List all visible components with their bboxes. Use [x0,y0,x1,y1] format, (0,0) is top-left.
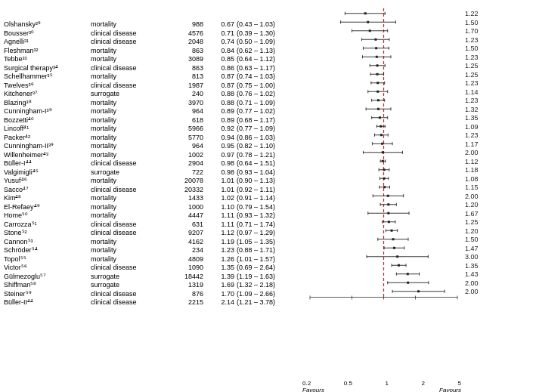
outcome-cell: mortality [91,255,170,264]
svg-text:1.43: 1.43 [465,270,479,278]
svg-rect-26 [375,47,377,49]
svg-text:1.70: 1.70 [465,27,479,35]
svg-rect-106 [388,221,390,223]
svg-text:1.25: 1.25 [465,62,479,69]
rr-cell: 1.11 [206,211,237,221]
svg-rect-70 [381,143,383,145]
n-cell: 20332 [170,186,206,195]
outcome-cell: mortality [91,211,170,221]
svg-rect-82 [383,168,386,171]
svg-text:3.00: 3.00 [465,253,479,261]
n-cell: 9207 [170,229,206,238]
table-row: Yusuf⁴⁶ mortality 20078 1.01 (0.90 – 1.1… [4,177,299,186]
table-row: Cunningham-II³⁹ mortality 964 0.95 (0.82… [4,142,299,151]
table-row: Büller-II⁴⁴ clinical disease 2215 2.14 (… [4,298,299,307]
outcome-cell: mortality [91,151,170,160]
outcome-cell: mortality [91,238,170,247]
outcome-cell: mortality [91,107,170,116]
svg-text:1.32: 1.32 [465,106,479,113]
svg-rect-78 [382,160,384,162]
author-cell: Victor⁵⁶ [4,264,91,273]
author-cell: El-Refaey⁴⁹ [4,203,91,212]
svg-rect-10 [364,12,367,14]
table-row: Stone⁵² clinical disease 9207 1.12 (0.97… [4,229,299,238]
ci-cell: (0.71 – 1.09) [237,99,299,108]
n-cell: 240 [170,90,206,99]
table-row: Olshansky²⁹ mortality 988 0.67 (0.43 – 1… [4,20,299,29]
outcome-cell: surrogate [91,168,170,177]
outcome-cell: surrogate [91,90,170,99]
n-cell: 964 [170,142,206,151]
outcome-cell: clinical disease [91,159,170,168]
table-row: Agnelli³¹ clinical disease 2048 0.74 (0.… [4,38,299,47]
rr-cell: 0.87 [206,82,237,91]
table-row: Twelves³⁶ clinical disease 1987 0.87 (0.… [4,82,299,91]
svg-rect-102 [387,212,389,215]
outcome-cell: mortality [91,203,170,212]
svg-rect-122 [396,255,398,258]
table-row: Bozzetti⁴⁰ mortality 618 0.89 (0.68 – 1.… [4,116,299,125]
svg-text:1.15: 1.15 [465,184,479,191]
svg-text:1.67: 1.67 [465,210,479,218]
svg-text:1.20: 1.20 [465,201,479,208]
ci-cell: (0.64 – 1.51) [237,159,299,168]
svg-text:1.50: 1.50 [465,19,479,26]
ci-cell: (0.86 – 1.03) [237,134,299,143]
n-cell: 20078 [170,177,206,186]
svg-rect-58 [379,116,381,119]
n-cell: 876 [170,290,206,299]
author-cell: Gülmezoglu⁵⁷ [4,273,91,282]
svg-text:1.22: 1.22 [465,10,479,17]
ci-cell: (0.62 – 1.13) [237,47,299,56]
ci-cell: (0.90 – 1.13) [237,177,299,186]
ci-cell: (1.19 – 1.63) [237,273,299,282]
rr-cell: 1.35 [206,264,237,273]
author-cell: Willenheimer⁴³ [4,151,91,160]
author-cell: Büller-II⁴⁴ [4,298,91,307]
rr-cell: 0.87 [206,73,237,82]
rr-cell: 1.10 [206,203,237,212]
outcome-cell: mortality [91,116,170,125]
svg-rect-118 [393,247,395,249]
ci-cell: (0.77 – 1.02) [237,107,299,116]
rr-cell: 1.39 [206,273,237,282]
author-cell: Fleshman³² [4,47,91,56]
table-row: Packer⁴² mortality 5770 0.94 (0.86 – 1.0… [4,134,299,143]
n-cell: 3089 [170,55,206,64]
rr-cell: 0.67 [206,20,237,29]
ci-cell: (0.63 – 1.17) [237,64,299,73]
table-row: Home⁵⁰ mortality 4447 1.11 (0.93 – 1.32) [4,211,299,221]
ci-cell: (0.64 – 1.12) [237,55,299,64]
n-cell: 4809 [170,255,206,264]
rr-cell: 0.86 [206,64,237,73]
n-cell: 722 [170,168,206,177]
author-cell: Bozzetti⁴⁰ [4,116,91,125]
rr-cell: 0.74 [206,38,237,47]
author-cell: Schröder⁵⁴ [4,246,91,255]
author-cell: Sacco⁴⁷ [4,186,91,195]
author-cell: Bousser³⁰ [4,29,91,39]
rr-cell: 0.84 [206,47,237,56]
n-cell: 1002 [170,151,206,160]
author-cell: Stone⁵² [4,229,91,238]
svg-text:1.09: 1.09 [465,123,479,131]
svg-rect-54 [377,108,380,110]
author-cell: Shiffman⁵⁸ [4,281,91,290]
outcome-cell: mortality [91,134,170,143]
ci-cell: (0.76 – 1.02) [237,90,299,99]
author-cell: Lincoff⁴¹ [4,125,91,134]
svg-text:1.50: 1.50 [465,236,479,243]
ci-cell: (0.93 – 1.32) [237,211,299,221]
ci-cell: (0.74 – 1.03) [237,73,299,82]
outcome-cell: clinical disease [91,29,170,39]
svg-text:1.25: 1.25 [465,71,479,79]
svg-text:1.14: 1.14 [465,88,479,96]
n-cell: 4162 [170,238,206,247]
rr-cell: 0.95 [206,142,237,151]
svg-text:1.23: 1.23 [465,54,479,61]
n-cell: 813 [170,73,206,82]
outcome-cell: mortality [91,246,170,255]
forest-plot-svg: 1.221.501.701.231.501.231.251.251.231.14… [302,8,522,313]
rr-cell: 0.92 [206,125,237,134]
svg-rect-130 [407,273,409,275]
